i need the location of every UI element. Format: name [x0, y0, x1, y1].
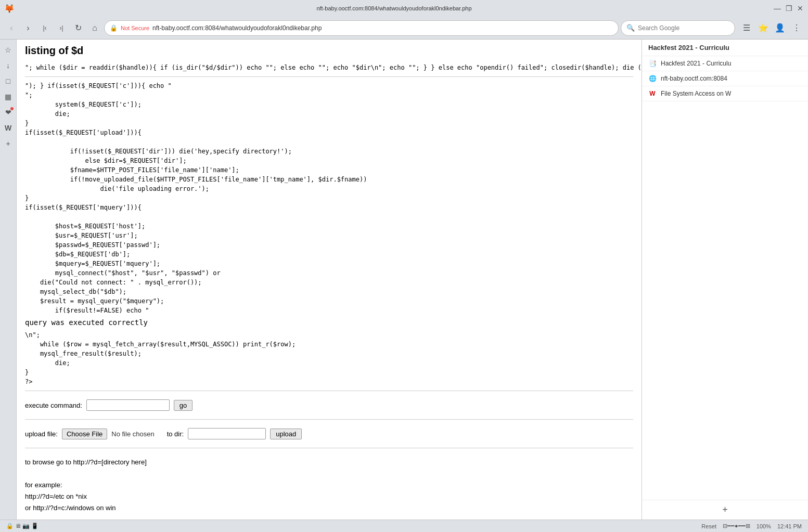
sidebar-add[interactable]: +	[2, 137, 15, 150]
bookmark-favicon-2: 🌐	[648, 74, 657, 83]
sidebar-grid[interactable]: ▦	[2, 90, 15, 103]
instruction-line-2: for example:	[25, 479, 633, 491]
search-icon: 🔍	[626, 24, 635, 32]
maximize-button[interactable]: ❒	[785, 5, 792, 12]
upload-button[interactable]: upload	[270, 429, 302, 439]
not-secure-label: Not Secure	[121, 25, 149, 31]
first-page-button[interactable]: |‹	[37, 21, 52, 35]
bookmark-item-1[interactable]: 📑 Hackfest 2021 - Curriculu	[642, 56, 808, 71]
user-button[interactable]: 👤	[773, 21, 787, 35]
instructions: to browse go to http://?d=[directory her…	[25, 452, 633, 518]
last-page-button[interactable]: ›|	[54, 21, 69, 35]
plus-icon: +	[722, 504, 728, 515]
forward-button[interactable]: ›	[21, 21, 35, 35]
security-icon: 🔒	[110, 24, 118, 32]
time-display: 12:41 PM	[777, 523, 802, 529]
bookmark-favicon-1: 📑	[648, 59, 657, 68]
address-bar[interactable]: 🔒 Not Secure nft-baby.ooctf.com:8084/wha…	[104, 20, 619, 36]
code-block-2: "); } if(isset($_REQUEST['c'])){ echo " …	[25, 81, 633, 315]
bookmark-item-2[interactable]: 🌐 nft-baby.ooctf.com:8084	[642, 71, 808, 86]
instruction-line-1: to browse go to http://?d=[directory her…	[25, 457, 633, 468]
back-button[interactable]: ‹	[4, 21, 19, 35]
toolbar-right: ☰ ⭐ 👤 ⋮	[739, 21, 804, 35]
code-block-1: "; while ($dir = readdir($handle)){ if (…	[25, 63, 633, 72]
instruction-line-3: http://?d=/etc on *nix	[25, 491, 633, 502]
sidebar-notifications[interactable]: ❤	[2, 106, 15, 119]
title-bar: 🦊 nft-baby.ooctf.com:8084/whatwouldyoudo…	[0, 0, 808, 17]
search-input[interactable]	[638, 24, 729, 32]
page-title: listing of $d	[25, 45, 633, 57]
reset-label: Reset	[701, 523, 716, 529]
to-dir-input[interactable]	[188, 428, 266, 439]
sidebar: ☆ ↓ □ ▦ ❤ W +	[0, 40, 17, 520]
bookmarks-button[interactable]: ☰	[739, 21, 754, 35]
bookmark-label-2: nft-baby.ooctf.com:8084	[661, 75, 727, 82]
sidebar-bookmarks[interactable]: ☆	[2, 44, 15, 56]
instruction-line-4: or http://?d=c:/windows on win	[25, 502, 633, 514]
no-file-text: No file chosen	[111, 430, 154, 438]
sidebar-w[interactable]: W	[2, 122, 15, 134]
status-icons: 🔒 🖥 📷 📱	[6, 523, 39, 529]
query-executed-text: query was executed correctly	[25, 317, 633, 328]
bookmarks-header: Hackfest 2021 - Curriculu	[642, 40, 808, 56]
upload-file-label: upload file:	[25, 430, 58, 438]
execute-command-row: execute command: go	[25, 395, 633, 415]
bookmark-favicon-3: W	[648, 89, 657, 98]
webpage[interactable]: listing of $d "; while ($dir = readdir($…	[17, 40, 642, 520]
bookmark-label-1: Hackfest 2021 - Curriculu	[661, 60, 731, 67]
to-dir-label: to dir:	[167, 430, 184, 438]
code-block-3: \n"; while ($row = mysql_fetch_array($re…	[25, 330, 633, 386]
browser-logo: 🦊	[4, 4, 15, 14]
bookmark-item-3[interactable]: W File System Access on W	[642, 86, 808, 101]
star-button[interactable]: ⭐	[756, 21, 771, 35]
home-button[interactable]: ⌂	[87, 21, 102, 35]
choose-file-button[interactable]: Choose File	[62, 429, 107, 439]
content-area: listing of $d "; while ($dir = readdir($…	[17, 40, 808, 520]
command-input[interactable]	[86, 399, 170, 411]
close-button[interactable]: ✕	[797, 5, 804, 12]
menu-button[interactable]: ⋮	[789, 21, 804, 35]
bookmark-label-3: File System Access on W	[661, 90, 731, 97]
sidebar-downloads[interactable]: ↓	[2, 59, 15, 72]
status-bar: 🔒 🖥 📷 📱 Reset ⊟━━●━━⊞ 100% 12:41 PM	[0, 520, 808, 532]
minimize-button[interactable]: —	[774, 5, 781, 12]
title-bar-url: nft-baby.ooctf.com:8084/whatwouldyoudofo…	[19, 5, 769, 11]
window-controls: — ❒ ✕	[774, 5, 804, 12]
sidebar-extensions[interactable]: □	[2, 75, 15, 87]
toolbar: ‹ › |‹ ›| ↻ ⌂ 🔒 Not Secure nft-baby.ooct…	[0, 17, 808, 40]
zoom-level: 100%	[756, 523, 771, 529]
zoom-slider[interactable]: ⊟━━●━━⊞	[723, 523, 750, 529]
bookmarks-panel: Hackfest 2021 - Curriculu 📑 Hackfest 202…	[642, 40, 808, 520]
go-button[interactable]: go	[174, 400, 193, 411]
execute-command-label: execute command:	[25, 401, 82, 409]
main-layout: ☆ ↓ □ ▦ ❤ W + listing of $d "; while ($d…	[0, 40, 808, 520]
webpage-content: listing of $d "; while ($dir = readdir($…	[17, 40, 642, 520]
status-bar-right: Reset ⊟━━●━━⊞ 100% 12:41 PM	[701, 523, 802, 529]
search-bar[interactable]: 🔍	[621, 20, 735, 36]
refresh-button[interactable]: ↻	[71, 21, 85, 35]
upload-file-row: upload file: Choose File No file chosen …	[25, 424, 633, 444]
bookmark-add-button[interactable]: +	[642, 500, 808, 520]
address-text: nft-baby.ooctf.com:8084/whatwouldyoudofo…	[152, 24, 613, 32]
